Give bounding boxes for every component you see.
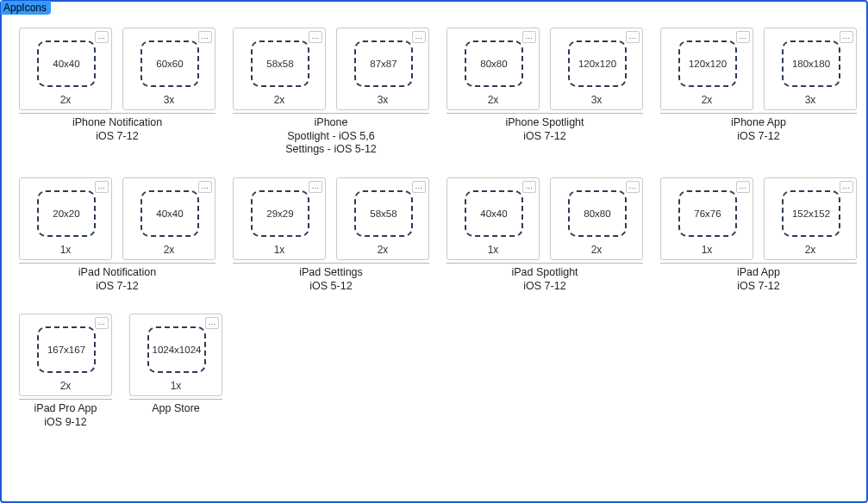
slot-menu-button[interactable]: … xyxy=(95,181,109,193)
icon-placeholder[interactable]: 76x76 xyxy=(678,190,737,237)
icon-slot[interactable]: …20x201x xyxy=(19,177,112,260)
icon-scale-label: 2x xyxy=(20,380,111,392)
icon-slot-box[interactable]: …1024x10241x xyxy=(129,314,222,396)
icon-group: …40x402x…60x603xiPhone Notification iOS … xyxy=(19,28,215,143)
icon-slot[interactable]: …87x873x xyxy=(336,28,429,110)
groups-row: …40x402x…60x603xiPhone Notification iOS … xyxy=(19,28,853,157)
slot-menu-button[interactable]: … xyxy=(412,181,426,193)
icon-placeholder[interactable]: 58x58 xyxy=(251,40,309,87)
icon-slot[interactable]: …58x582x xyxy=(233,28,326,110)
icon-slot[interactable]: …60x603x xyxy=(122,28,215,110)
icon-scale-label: 3x xyxy=(551,94,642,106)
slot-menu-button[interactable]: … xyxy=(95,31,109,43)
icon-slot[interactable]: …76x761x xyxy=(660,177,753,260)
icon-slot-box[interactable]: …152x1522x xyxy=(764,177,857,260)
group-slots: …1024x10241x xyxy=(129,314,222,396)
slot-menu-button[interactable]: … xyxy=(309,31,322,43)
group-title: iPhone Spotlight - iOS 5,6 Settings - iO… xyxy=(285,116,377,157)
icon-group: …40x401x…80x802xiPad Spotlight iOS 7-12 xyxy=(446,177,643,293)
icon-slot-box[interactable]: …87x873x xyxy=(336,28,429,110)
icon-size-label: 80x80 xyxy=(480,59,507,69)
slot-menu-button[interactable]: … xyxy=(522,31,536,43)
icon-placeholder[interactable]: 80x80 xyxy=(568,190,627,237)
group-slots: …58x582x…87x873x xyxy=(233,28,429,110)
icon-placeholder[interactable]: 40x40 xyxy=(141,190,199,237)
icon-slot-box[interactable]: …80x802x xyxy=(550,177,643,260)
icon-placeholder[interactable]: 1024x1024 xyxy=(147,326,206,373)
slot-menu-button[interactable]: … xyxy=(736,181,750,193)
icon-slot[interactable]: …29x291x xyxy=(233,177,326,260)
group-slots: …40x401x…80x802x xyxy=(446,177,643,260)
icon-placeholder[interactable]: 29x29 xyxy=(251,190,309,237)
icon-slot[interactable]: …1024x10241x xyxy=(129,314,222,396)
icon-group: …167x1672xiPad Pro App iOS 9-12 xyxy=(19,314,112,429)
icon-group: …76x761x…152x1522xiPad App iOS 7-12 xyxy=(660,177,857,293)
icon-slot-box[interactable]: …76x761x xyxy=(660,177,753,260)
group-separator xyxy=(660,113,857,114)
group-title: iPhone Spotlight iOS 7-12 xyxy=(505,116,584,143)
icon-slot-box[interactable]: …40x402x xyxy=(19,28,112,110)
icon-slot-box[interactable]: …120x1203x xyxy=(550,28,643,110)
icon-slot[interactable]: …40x402x xyxy=(19,28,112,110)
icon-slot-box[interactable]: …40x402x xyxy=(122,177,215,260)
icon-slot[interactable]: …120x1203x xyxy=(550,28,643,110)
slot-menu-button[interactable]: … xyxy=(198,31,212,43)
slot-menu-button[interactable]: … xyxy=(736,31,750,43)
icon-placeholder[interactable]: 87x87 xyxy=(354,40,413,87)
icon-placeholder[interactable]: 20x20 xyxy=(37,190,96,237)
icon-slot-box[interactable]: …20x201x xyxy=(19,177,112,260)
icon-slot-box[interactable]: …58x582x xyxy=(233,28,326,110)
icon-slot[interactable]: …167x1672x xyxy=(19,314,112,396)
icon-slot-box[interactable]: …120x1202x xyxy=(660,28,753,110)
icon-slot-box[interactable]: …58x582x xyxy=(336,177,429,260)
icon-slot-box[interactable]: …167x1672x xyxy=(19,314,112,396)
group-slots: …29x291x…58x582x xyxy=(233,177,429,260)
icon-slot-box[interactable]: …40x401x xyxy=(446,177,540,260)
icon-slot[interactable]: …80x802x xyxy=(550,177,643,260)
icon-size-label: 80x80 xyxy=(584,208,610,219)
icon-placeholder[interactable]: 120x120 xyxy=(678,40,737,87)
slot-menu-button[interactable]: … xyxy=(522,181,536,193)
icon-slot[interactable]: …40x401x xyxy=(446,177,540,260)
slot-menu-button[interactable]: … xyxy=(205,317,219,329)
icon-group: …58x582x…87x873xiPhone Spotlight - iOS 5… xyxy=(233,28,429,157)
icon-placeholder[interactable]: 60x60 xyxy=(141,40,199,87)
icon-placeholder[interactable]: 58x58 xyxy=(354,190,413,237)
slot-menu-button[interactable]: … xyxy=(95,317,109,329)
icon-scale-label: 2x xyxy=(234,94,325,106)
icon-placeholder[interactable]: 80x80 xyxy=(465,40,523,87)
icon-placeholder[interactable]: 40x40 xyxy=(465,190,523,237)
icon-placeholder[interactable]: 40x40 xyxy=(37,40,96,87)
icon-slot-box[interactable]: …180x1803x xyxy=(764,28,857,110)
slot-menu-button[interactable]: … xyxy=(309,181,322,193)
slot-menu-button[interactable]: … xyxy=(840,31,853,43)
slot-menu-button[interactable]: … xyxy=(626,31,640,43)
group-slots: …20x201x…40x402x xyxy=(19,177,215,260)
slot-menu-button[interactable]: … xyxy=(840,181,853,193)
icon-placeholder[interactable]: 167x167 xyxy=(37,326,96,373)
icon-slot-box[interactable]: …80x802x xyxy=(446,28,540,110)
icon-slot-box[interactable]: …60x603x xyxy=(122,28,215,110)
icon-slot[interactable]: …80x802x xyxy=(446,28,540,110)
icon-placeholder[interactable]: 120x120 xyxy=(568,40,627,87)
icon-scale-label: 2x xyxy=(337,244,428,256)
icon-scale-label: 2x xyxy=(765,244,856,256)
icon-size-label: 20x20 xyxy=(53,208,79,219)
icon-slot[interactable]: …40x402x xyxy=(122,177,215,260)
icon-slot[interactable]: …180x1803x xyxy=(764,28,857,110)
icon-slot[interactable]: …120x1202x xyxy=(660,28,753,110)
group-slots: …40x402x…60x603x xyxy=(19,28,215,110)
slot-menu-button[interactable]: … xyxy=(198,181,212,193)
slot-menu-button[interactable]: … xyxy=(626,181,640,193)
icon-slot[interactable]: …152x1522x xyxy=(764,177,857,260)
slot-menu-button[interactable]: … xyxy=(412,31,426,43)
icon-size-label: 180x180 xyxy=(792,59,830,69)
icon-placeholder[interactable]: 152x152 xyxy=(782,190,840,237)
icon-size-label: 40x40 xyxy=(480,208,507,219)
group-slots: …80x802x…120x1203x xyxy=(446,28,643,110)
icon-slot-box[interactable]: …29x291x xyxy=(233,177,326,260)
icon-scale-label: 2x xyxy=(20,94,111,106)
icon-scale-label: 3x xyxy=(123,94,215,106)
icon-placeholder[interactable]: 180x180 xyxy=(782,40,840,87)
icon-slot[interactable]: …58x582x xyxy=(336,177,429,260)
